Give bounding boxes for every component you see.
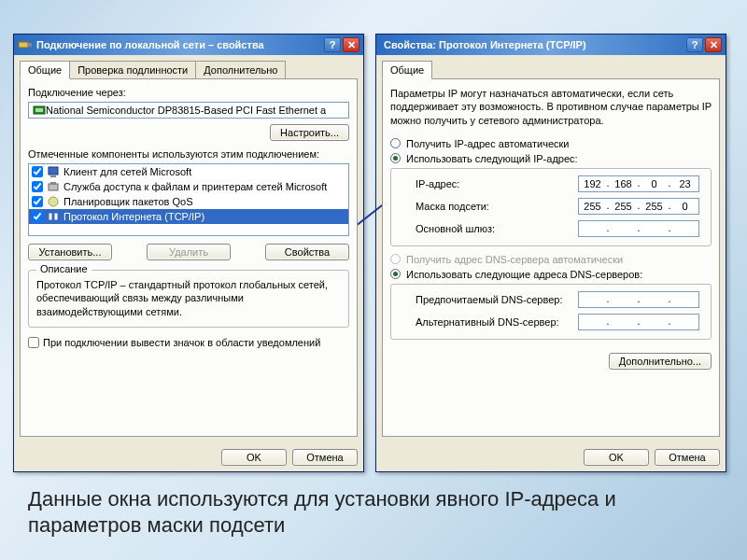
component-checkbox[interactable] xyxy=(32,211,43,222)
svg-rect-5 xyxy=(35,108,43,112)
properties-button[interactable]: Свойства xyxy=(265,244,349,260)
radio-icon xyxy=(390,269,401,279)
svg-rect-9 xyxy=(50,182,56,185)
connect-via-label: Подключение через: xyxy=(28,87,349,98)
window-title: Подключение по локальной сети – свойства xyxy=(33,39,322,50)
ip-label: IP-адрес: xyxy=(416,178,459,189)
list-item[interactable]: Планировщик пакетов QoS xyxy=(29,194,348,209)
component-label: Протокол Интернета (TCP/IP) xyxy=(63,211,204,222)
client-icon xyxy=(47,165,60,178)
remove-button: Удалить xyxy=(147,244,231,260)
svg-rect-12 xyxy=(54,213,58,220)
cancel-button[interactable]: Отмена xyxy=(292,449,358,466)
ip-field[interactable]: 192. 168. 0. 23 xyxy=(578,175,699,192)
svg-rect-8 xyxy=(49,184,58,190)
list-item[interactable]: Служба доступа к файлам и принтерам сете… xyxy=(29,179,348,194)
svg-rect-6 xyxy=(49,167,58,175)
dns1-label: Предпочитаемый DNS-сервер: xyxy=(416,294,562,305)
tab-content-left: Подключение через: National Semiconducto… xyxy=(20,78,358,437)
configure-button[interactable]: Настроить... xyxy=(270,124,349,141)
tab-auth[interactable]: Проверка подлинности xyxy=(69,61,196,79)
ok-button[interactable]: OK xyxy=(584,449,649,466)
description-group: Описание Протокол TCP/IP – стандартный п… xyxy=(28,270,349,328)
radio-auto-ip[interactable]: Получить IP-адрес автоматически xyxy=(390,136,712,151)
tabs-right: Общие xyxy=(376,55,726,79)
tab-general[interactable]: Общие xyxy=(20,61,70,79)
dns2-field[interactable]: ... xyxy=(578,314,699,330)
component-label: Планировщик пакетов QoS xyxy=(63,196,193,207)
mask-field[interactable]: 255. 255. 255. 0 xyxy=(578,198,699,215)
window-title: Свойства: Протокол Интернета (TCP/IP) xyxy=(380,39,684,50)
component-label: Служба доступа к файлам и принтерам сете… xyxy=(63,181,327,192)
help-icon[interactable]: ? xyxy=(686,37,703,52)
svg-point-10 xyxy=(49,197,58,206)
radio-auto-dns: Получить адрес DNS-сервера автоматически xyxy=(390,252,712,267)
components-label: Отмеченные компоненты используются этим … xyxy=(28,148,349,160)
radio-manual-dns[interactable]: Использовать следующие адреса DNS-сервер… xyxy=(390,267,712,282)
list-item[interactable]: Протокол Интернета (TCP/IP) xyxy=(29,209,348,224)
ok-button[interactable]: OK xyxy=(221,449,287,466)
scheduler-icon xyxy=(47,195,60,208)
radio-icon xyxy=(390,138,401,148)
titlebar-right[interactable]: Свойства: Протокол Интернета (TCP/IP) ? … xyxy=(376,35,726,55)
radio-label: Получить IP-адрес автоматически xyxy=(406,138,569,149)
svg-rect-7 xyxy=(50,175,56,177)
components-list[interactable]: Клиент для сетей Microsoft Служба доступ… xyxy=(28,163,349,236)
plug-icon xyxy=(18,38,33,51)
component-checkbox[interactable] xyxy=(32,181,43,192)
radio-icon xyxy=(390,153,401,163)
tab-advanced[interactable]: Дополнительно xyxy=(195,61,286,79)
radio-icon xyxy=(390,254,401,264)
cancel-button[interactable]: Отмена xyxy=(655,449,720,466)
help-icon[interactable]: ? xyxy=(324,37,341,52)
close-icon[interactable]: ✕ xyxy=(343,37,359,52)
radio-manual-ip[interactable]: Использовать следующий IP-адрес: xyxy=(390,151,712,166)
mask-label: Маска подсети: xyxy=(416,201,489,212)
adapter-name: National Semiconductor DP83815-Based PCI… xyxy=(46,105,326,116)
tab-general[interactable]: Общие xyxy=(382,61,432,79)
intro-text: Параметры IP могут назначаться автоматич… xyxy=(390,87,712,127)
gateway-field[interactable]: . . . xyxy=(578,220,699,237)
component-checkbox[interactable] xyxy=(32,166,43,177)
service-icon xyxy=(47,180,60,193)
tray-checkbox-label: При подключении вывести значок в области… xyxy=(43,337,320,348)
component-label: Клиент для сетей Microsoft xyxy=(63,166,191,177)
lan-properties-dialog: Подключение по локальной сети – свойства… xyxy=(13,34,364,472)
tab-content-right: Параметры IP могут назначаться автоматич… xyxy=(382,78,720,437)
protocol-icon xyxy=(47,210,60,223)
radio-label: Получить адрес DNS-сервера автоматически xyxy=(406,254,623,265)
close-icon[interactable]: ✕ xyxy=(705,37,722,52)
dns-group: Предпочитаемый DNS-сервер: ... Альтернат… xyxy=(390,284,712,340)
list-item[interactable]: Клиент для сетей Microsoft xyxy=(29,164,348,179)
adapter-icon xyxy=(33,104,46,117)
tabs-left: Общие Проверка подлинности Дополнительно xyxy=(14,55,363,79)
radio-label: Использовать следующие адреса DNS-сервер… xyxy=(406,269,642,280)
ip-group: IP-адрес: 192. 168. 0. 23 Маска подсети:… xyxy=(390,168,712,246)
description-legend: Описание xyxy=(36,263,92,274)
tcpip-properties-dialog: Свойства: Протокол Интернета (TCP/IP) ? … xyxy=(375,34,726,472)
gateway-label: Основной шлюз: xyxy=(416,223,495,234)
advanced-button[interactable]: Дополнительно... xyxy=(609,353,712,370)
description-text: Протокол TCP/IP – стандартный протокол г… xyxy=(36,278,341,318)
install-button[interactable]: Установить... xyxy=(28,244,112,260)
radio-label: Использовать следующий IP-адрес: xyxy=(406,153,578,164)
component-checkbox[interactable] xyxy=(32,196,43,207)
dns1-field[interactable]: ... xyxy=(578,291,699,308)
svg-rect-0 xyxy=(19,42,28,48)
dialog-buttons-right: OK Отмена xyxy=(376,443,726,471)
dns2-label: Альтернативный DNS-сервер: xyxy=(416,316,559,328)
titlebar-left[interactable]: Подключение по локальной сети – свойства… xyxy=(14,35,363,55)
svg-rect-11 xyxy=(49,213,52,220)
adapter-field: National Semiconductor DP83815-Based PCI… xyxy=(28,102,349,119)
tray-checkbox[interactable] xyxy=(28,337,39,348)
dialog-buttons-left: OK Отмена xyxy=(14,443,363,471)
svg-rect-1 xyxy=(28,43,32,47)
slide-caption: Данные окна используются для установки я… xyxy=(28,486,719,538)
